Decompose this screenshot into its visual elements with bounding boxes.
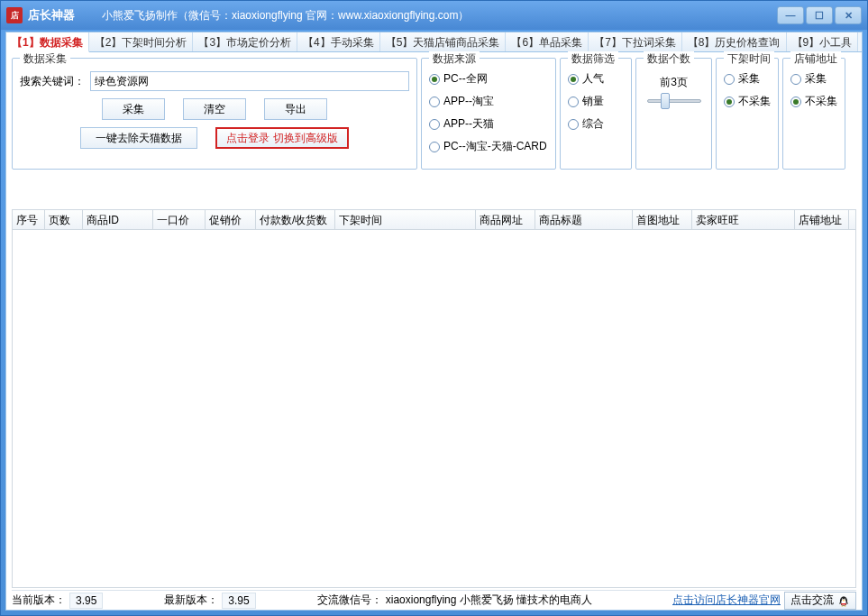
remove-tmall-button[interactable]: 一键去除天猫数据 bbox=[80, 127, 197, 149]
grid-column-header[interactable]: 促销价 bbox=[206, 210, 256, 229]
search-input[interactable] bbox=[90, 71, 409, 91]
app-window: 店 店长神器 小熊爱飞扬制作（微信号：xiaoxiongflying 官网：ww… bbox=[0, 0, 868, 616]
data-grid: 序号页数商品ID一口价促销价付款数/收货数下架时间商品网址商品标题首图地址卖家旺… bbox=[12, 209, 856, 588]
grid-body[interactable] bbox=[13, 230, 855, 587]
radio-pc-all[interactable]: PC--全网 bbox=[429, 71, 548, 87]
tab-market-price[interactable]: 【3】市场定价分析 bbox=[193, 32, 297, 51]
radio-icon bbox=[429, 74, 440, 85]
official-site-link[interactable]: 点击访问店长神器官网 bbox=[672, 593, 781, 608]
tab-tmall-shop-collect[interactable]: 【5】天猫店铺商品采集 bbox=[380, 32, 507, 51]
grid-column-header[interactable]: 卖家旺旺 bbox=[692, 210, 795, 229]
svg-point-5 bbox=[845, 599, 845, 600]
group-legend: 下架时间 bbox=[724, 51, 774, 67]
grid-column-header[interactable]: 下架时间 bbox=[335, 210, 476, 229]
radio-icon bbox=[429, 142, 440, 152]
collect-button[interactable]: 采集 bbox=[102, 98, 165, 120]
group-data-count: 数据个数 前3页 bbox=[635, 58, 712, 170]
tab-manual-collect[interactable]: 【4】手动采集 bbox=[297, 32, 380, 51]
current-version-label: 当前版本： bbox=[12, 593, 66, 608]
tab-single-collect[interactable]: 【6】单品采集 bbox=[506, 32, 589, 51]
radio-icon bbox=[429, 97, 440, 107]
tab-tools[interactable]: 【9】小工具 bbox=[787, 32, 859, 51]
wechat-label: 交流微信号： bbox=[317, 593, 382, 608]
radio-app-tmall[interactable]: APP--天猫 bbox=[429, 116, 548, 132]
qq-penguin-icon bbox=[837, 594, 850, 607]
latest-version-value: 3.95 bbox=[222, 593, 255, 609]
radio-icon bbox=[568, 97, 579, 107]
grid-column-header[interactable]: 商品网址 bbox=[476, 210, 535, 229]
svg-point-4 bbox=[842, 599, 843, 600]
grid-column-header[interactable]: 付款数/收货数 bbox=[256, 210, 335, 229]
svg-rect-7 bbox=[841, 602, 846, 603]
tab-history-price[interactable]: 【8】历史价格查询 bbox=[682, 32, 787, 51]
grid-header: 序号页数商品ID一口价促销价付款数/收货数下架时间商品网址商品标题首图地址卖家旺… bbox=[13, 210, 855, 230]
close-button[interactable]: ✕ bbox=[835, 6, 862, 24]
grid-column-header[interactable]: 一口价 bbox=[153, 210, 206, 229]
grid-column-header[interactable]: 页数 bbox=[45, 210, 83, 229]
group-legend: 店铺地址 bbox=[790, 51, 841, 67]
radio-icon bbox=[568, 74, 579, 85]
group-legend: 数据来源 bbox=[429, 51, 480, 67]
radio-shopaddr-collect[interactable]: 采集 bbox=[790, 71, 837, 87]
maximize-button[interactable]: ☐ bbox=[806, 6, 833, 24]
tab-dropdown-collect[interactable]: 【7】下拉词采集 bbox=[589, 32, 682, 51]
radio-offtime-collect[interactable]: 采集 bbox=[724, 71, 771, 87]
radio-overall[interactable]: 综合 bbox=[568, 116, 624, 132]
app-icon: 店 bbox=[6, 7, 23, 23]
slider-thumb[interactable] bbox=[661, 93, 670, 109]
client-area: 【1】数据采集 【2】下架时间分析 【3】市场定价分析 【4】手动采集 【5】天… bbox=[5, 32, 863, 611]
tab-offtime-analysis[interactable]: 【2】下架时间分析 bbox=[89, 32, 194, 51]
radio-icon bbox=[429, 119, 440, 130]
radio-icon bbox=[724, 97, 735, 107]
search-label: 搜索关键词： bbox=[20, 74, 85, 89]
grid-column-header[interactable]: 商品ID bbox=[83, 210, 153, 229]
app-title: 店长神器 bbox=[28, 7, 75, 23]
controls-row: 数据采集 搜索关键词： 采集 清空 导出 一键去除天猫数据 点击登录 切换到高级… bbox=[6, 52, 862, 175]
chat-button-label: 点击交流 bbox=[790, 593, 834, 608]
radio-icon bbox=[790, 97, 801, 107]
export-button[interactable]: 导出 bbox=[264, 98, 327, 120]
group-legend: 数据采集 bbox=[20, 51, 70, 67]
group-legend: 数据筛选 bbox=[568, 51, 618, 67]
statusbar: 当前版本： 3.95 最新版本： 3.95 交流微信号： xiaoxiongfl… bbox=[12, 590, 856, 610]
group-data-source: 数据来源 PC--全网 APP--淘宝 APP--天猫 PC--淘宝-天猫-CA… bbox=[421, 58, 556, 170]
app-subtitle: 小熊爱飞扬制作（微信号：xiaoxiongflying 官网：www.xiaox… bbox=[102, 8, 469, 23]
minimize-button[interactable]: — bbox=[777, 6, 804, 24]
tab-strip: 【1】数据采集 【2】下架时间分析 【3】市场定价分析 【4】手动采集 【5】天… bbox=[6, 32, 862, 52]
count-label: 前3页 bbox=[644, 75, 704, 90]
radio-pc-taobao-tmall-card[interactable]: PC--淘宝-天猫-CARD bbox=[429, 139, 548, 154]
group-legend: 数据个数 bbox=[644, 51, 694, 67]
group-shop-address: 店铺地址 采集 不采集 bbox=[782, 58, 845, 170]
titlebar: 店 店长神器 小熊爱飞扬制作（微信号：xiaoxiongflying 官网：ww… bbox=[1, 1, 867, 30]
radio-icon bbox=[790, 74, 801, 85]
clear-button[interactable]: 清空 bbox=[183, 98, 246, 120]
radio-offtime-nocollect[interactable]: 不采集 bbox=[724, 94, 771, 109]
svg-point-6 bbox=[843, 600, 845, 601]
radio-icon bbox=[724, 74, 735, 85]
radio-app-taobao[interactable]: APP--淘宝 bbox=[429, 94, 548, 109]
grid-column-header[interactable]: 商品标题 bbox=[535, 210, 633, 229]
group-data-collect: 数据采集 搜索关键词： 采集 清空 导出 一键去除天猫数据 点击登录 切换到高级… bbox=[12, 58, 417, 170]
radio-sales[interactable]: 销量 bbox=[568, 94, 624, 109]
radio-popularity[interactable]: 人气 bbox=[568, 71, 624, 87]
grid-column-header[interactable]: 首图地址 bbox=[633, 210, 692, 229]
page-count-slider[interactable] bbox=[647, 99, 701, 103]
wechat-text: xiaoxiongflying 小熊爱飞扬 懂技术的电商人 bbox=[386, 593, 592, 608]
group-offtime: 下架时间 采集 不采集 bbox=[716, 58, 779, 170]
current-version-value: 3.95 bbox=[69, 593, 103, 609]
grid-column-header[interactable]: 店铺地址 bbox=[795, 210, 849, 229]
group-data-filter: 数据筛选 人气 销量 综合 bbox=[560, 58, 632, 170]
radio-icon bbox=[568, 119, 579, 130]
latest-version-label: 最新版本： bbox=[164, 593, 218, 608]
login-upgrade-button[interactable]: 点击登录 切换到高级版 bbox=[215, 127, 348, 149]
chat-button[interactable]: 点击交流 bbox=[784, 592, 856, 610]
tab-data-collect[interactable]: 【1】数据采集 bbox=[6, 32, 89, 52]
grid-column-header[interactable]: 序号 bbox=[13, 210, 45, 229]
radio-shopaddr-nocollect[interactable]: 不采集 bbox=[790, 94, 837, 109]
